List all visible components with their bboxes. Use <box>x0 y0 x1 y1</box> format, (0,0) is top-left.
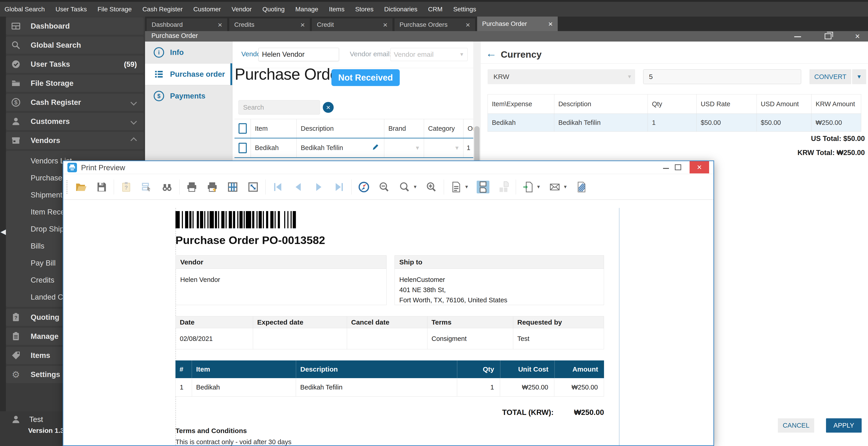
menu-file-storage[interactable]: File Storage <box>97 6 132 13</box>
open-icon[interactable] <box>75 181 87 193</box>
sidebar-collapse-icon[interactable]: ◀ <box>0 228 6 235</box>
menu-settings[interactable]: Settings <box>453 6 476 13</box>
maximize-icon[interactable] <box>675 164 681 170</box>
email-icon[interactable] <box>549 181 561 193</box>
prev-page-icon[interactable] <box>292 181 305 193</box>
vendor-email-select[interactable]: Vendor email ▼ <box>391 48 468 61</box>
close-icon[interactable]: × <box>855 32 860 40</box>
restore-icon[interactable] <box>825 33 832 39</box>
sidebar-item-customers[interactable]: Customers <box>6 113 144 130</box>
row-checkbox[interactable] <box>239 143 247 153</box>
menu-global-search[interactable]: Global Search <box>4 6 45 13</box>
zoom-icon[interactable] <box>398 181 411 193</box>
currency-select[interactable]: KRW ▼ <box>488 69 635 84</box>
select-all-checkbox[interactable] <box>239 123 247 134</box>
convert-dropdown-button[interactable]: ▼ <box>852 69 866 84</box>
column-header-item[interactable]: Item <box>251 119 297 138</box>
cell-description: Bedikah Tefilin <box>554 114 648 131</box>
sidebar-item-global-search[interactable]: Global Search <box>6 36 144 54</box>
nav-item-info[interactable]: i Info <box>145 41 232 63</box>
search-input[interactable] <box>238 100 320 115</box>
find-icon[interactable] <box>161 181 174 193</box>
zoom-in-icon[interactable] <box>425 181 438 193</box>
close-icon[interactable]: × <box>548 20 553 28</box>
sidebar-item-cash-register[interactable]: $ Cash Register <box>6 94 144 111</box>
cancel-button[interactable]: CANCEL <box>778 418 814 433</box>
print-preview-titlebar[interactable]: Print Preview × <box>63 161 713 174</box>
vendor-field[interactable] <box>258 48 339 61</box>
menu-quoting[interactable]: Quoting <box>262 6 285 13</box>
edit-icon[interactable] <box>372 143 379 153</box>
sidebar-item-vendors[interactable]: Vendors <box>6 132 144 149</box>
navigation-icon[interactable] <box>358 181 370 193</box>
column-header-description[interactable]: Description <box>554 94 648 114</box>
sidebar-item-dashboard[interactable]: Dashboard <box>6 18 144 35</box>
minimize-icon[interactable] <box>663 168 669 169</box>
last-page-icon[interactable] <box>333 181 345 193</box>
menu-crm[interactable]: CRM <box>428 6 443 13</box>
back-arrow-icon[interactable]: ← <box>486 47 497 60</box>
tab-purchase-orders[interactable]: Purchase Orders × <box>395 19 475 31</box>
menu-manage[interactable]: Manage <box>295 6 318 13</box>
tab-dashboard[interactable]: Dashboard × <box>147 19 227 31</box>
scale-icon[interactable] <box>247 181 259 193</box>
tab-credits[interactable]: Credits × <box>229 19 310 31</box>
sidebar-item-file-storage[interactable]: File Storage <box>6 75 144 92</box>
apply-button[interactable]: APPLY <box>826 418 862 433</box>
menu-cash-register[interactable]: Cash Register <box>142 6 183 13</box>
cell-brand-select[interactable]: ▼ <box>384 138 424 157</box>
close-icon[interactable]: × <box>218 21 222 29</box>
chevron-down-icon[interactable]: ▼ <box>536 184 541 190</box>
column-header-qty[interactable]: Qty <box>648 94 696 114</box>
minimize-icon[interactable] <box>794 35 801 37</box>
close-icon[interactable]: × <box>383 21 388 29</box>
tab-purchase-order[interactable]: Purchase Order × <box>477 17 558 31</box>
continuous-view-icon[interactable] <box>477 181 489 193</box>
menu-stores[interactable]: Stores <box>355 6 374 13</box>
column-header-brand[interactable]: Brand <box>384 119 424 138</box>
page-setup-icon[interactable] <box>226 181 239 193</box>
chevron-down-icon[interactable]: ▼ <box>563 184 567 190</box>
export-icon[interactable] <box>522 181 534 193</box>
document-total-label: TOTAL (KRW): <box>449 408 554 417</box>
print-icon[interactable] <box>185 181 198 193</box>
rate-input[interactable] <box>643 69 801 84</box>
watermark-icon[interactable] <box>575 181 588 193</box>
save-icon[interactable] <box>95 181 108 193</box>
first-page-icon[interactable] <box>272 181 284 193</box>
column-header-description[interactable]: Description <box>297 119 384 138</box>
close-icon[interactable]: × <box>466 21 470 29</box>
print-preview-document[interactable]: Purchase Order PO-0013582 Vendor Helen V… <box>63 200 713 445</box>
quick-print-icon[interactable] <box>206 181 219 193</box>
menu-customer[interactable]: Customer <box>193 6 221 13</box>
tab-credit[interactable]: Credit × <box>312 19 393 31</box>
page-title: Purchase Order <box>151 32 198 39</box>
next-page-icon[interactable] <box>312 181 325 193</box>
column-header-ordered[interactable]: Or <box>463 119 473 138</box>
nav-item-payments[interactable]: $ Payments <box>145 85 232 107</box>
clear-search-button[interactable]: × <box>323 102 334 113</box>
column-header-usd-amount[interactable]: USD Amount <box>756 94 811 114</box>
close-icon[interactable]: × <box>300 21 305 29</box>
menu-items[interactable]: Items <box>329 6 344 13</box>
chevron-down-icon[interactable]: ▼ <box>464 184 469 190</box>
page-view-icon[interactable] <box>450 181 463 193</box>
column-header-category[interactable]: Category <box>424 119 463 138</box>
menu-vendor[interactable]: Vendor <box>231 6 252 13</box>
close-icon[interactable]: × <box>690 161 709 173</box>
convert-button[interactable]: CONVERT <box>809 69 851 84</box>
menu-user-tasks[interactable]: User Tasks <box>55 6 87 13</box>
column-header-krw-amount[interactable]: KRW Amount <box>811 94 861 114</box>
chevron-down-icon <box>130 99 137 105</box>
column-header-item-expense[interactable]: Item\Expense <box>488 94 554 114</box>
chevron-down-icon[interactable]: ▼ <box>413 184 417 190</box>
scrollbar-thumb[interactable] <box>474 126 479 166</box>
zoom-out-icon[interactable] <box>378 181 391 193</box>
cell-category-select[interactable]: ▼ <box>424 138 463 157</box>
toolbar-grip[interactable] <box>66 180 69 194</box>
menu-dictionaries[interactable]: Dictionaries <box>384 6 417 13</box>
printer-icon <box>67 163 77 172</box>
column-header-usd-rate[interactable]: USD Rate <box>696 94 756 114</box>
sidebar-item-user-tasks[interactable]: User Tasks (59) <box>6 56 144 73</box>
nav-item-purchase-order[interactable]: Purchase order <box>145 63 232 85</box>
